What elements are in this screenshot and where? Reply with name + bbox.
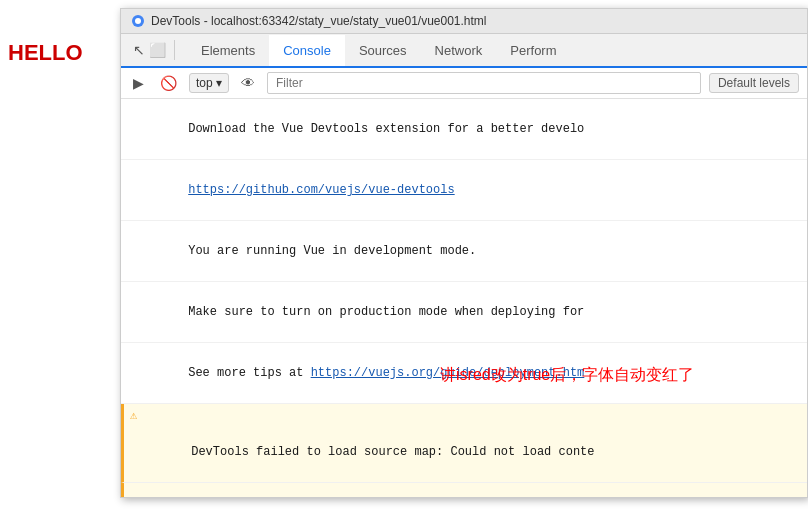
cursor-icon[interactable]: ↖ xyxy=(133,42,145,58)
devtools-window: DevTools - localhost:63342/staty_vue/sta… xyxy=(120,8,808,498)
tab-performance[interactable]: Perform xyxy=(496,35,570,68)
tab-bar-left-icons: ↖ ⬜ xyxy=(125,34,187,66)
filter-input[interactable] xyxy=(267,72,701,94)
block-icon[interactable]: 🚫 xyxy=(156,73,181,93)
annotation-text: 讲isred改为true后，字体自动变红了 xyxy=(440,365,694,386)
tab-separator xyxy=(174,40,175,60)
chrome-devtools-icon xyxy=(131,14,145,28)
context-chevron: ▾ xyxy=(216,76,222,90)
console-dev-mode-1: You are running Vue in development mode. xyxy=(121,221,807,282)
tab-bar: ↖ ⬜ Elements Console Sources Network Per… xyxy=(121,34,807,68)
warning-icon: ⚠ xyxy=(130,407,137,425)
context-selector[interactable]: top ▾ xyxy=(189,73,229,93)
hello-label: HELLO xyxy=(8,40,83,66)
title-bar-text: DevTools - localhost:63342/staty_vue/sta… xyxy=(151,14,487,28)
context-label: top xyxy=(196,76,213,90)
tab-elements[interactable]: Elements xyxy=(187,35,269,68)
play-icon[interactable]: ▶ xyxy=(129,73,148,93)
vue-devtools-link[interactable]: https://github.com/vuejs/vue-devtools xyxy=(188,183,454,197)
console-warning-2: jdiamlpmcbajkmaiiiddgioo/js/xl-content.j… xyxy=(121,483,807,497)
console-line: Download the Vue Devtools extension for … xyxy=(121,99,807,160)
default-levels-button[interactable]: Default levels xyxy=(709,73,799,93)
console-warning-1: ⚠ DevTools failed to load source map: Co… xyxy=(121,404,807,483)
tab-sources[interactable]: Sources xyxy=(345,35,421,68)
tab-console[interactable]: Console xyxy=(269,35,345,68)
eye-icon[interactable]: 👁 xyxy=(237,73,259,93)
svg-point-1 xyxy=(135,18,141,24)
console-toolbar: ▶ 🚫 top ▾ 👁 Default levels xyxy=(121,68,807,99)
tab-network[interactable]: Network xyxy=(421,35,497,68)
console-output: Download the Vue Devtools extension for … xyxy=(121,99,807,497)
console-link-line: https://github.com/vuejs/vue-devtools xyxy=(121,160,807,221)
title-bar: DevTools - localhost:63342/staty_vue/sta… xyxy=(121,9,807,34)
layers-icon[interactable]: ⬜ xyxy=(149,42,166,58)
console-dev-mode-2: Make sure to turn on production mode whe… xyxy=(121,282,807,343)
